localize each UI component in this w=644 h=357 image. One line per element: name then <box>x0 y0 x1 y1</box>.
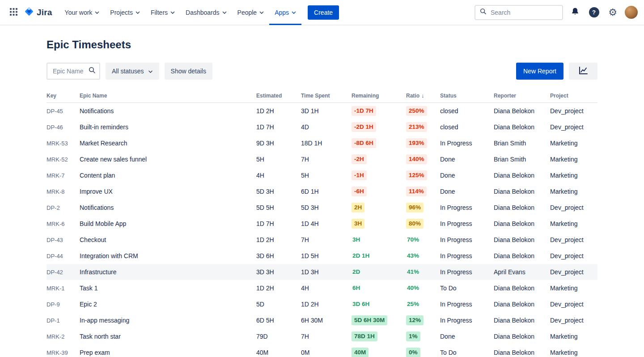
cell-ratio: 12% <box>406 315 440 325</box>
table-row[interactable]: DP-9Epic 25D1D 2H3D 6H25%In ProgressDian… <box>47 296 597 312</box>
column-header-ratio[interactable]: Ratio↓ <box>406 92 440 99</box>
help-button[interactable]: ? <box>587 6 601 19</box>
page-title: Epic Timesheets <box>47 38 597 51</box>
ratio-badge: 125% <box>406 170 427 180</box>
app-switcher-button[interactable] <box>6 5 21 20</box>
cell-project: Dev_project <box>550 236 597 243</box>
cell-epic-name[interactable]: Improve UX <box>80 188 256 195</box>
cell-reporter: Brian Smith <box>494 140 550 147</box>
chevron-down-icon <box>95 11 99 14</box>
cell-ratio: 213% <box>406 122 440 132</box>
epic-name-input[interactable] <box>52 67 89 75</box>
column-header-remaining[interactable]: Remaining <box>352 93 406 99</box>
table-row[interactable]: DP-42Infrastructure3D 3H1D 3H2D41%In Pro… <box>47 264 597 280</box>
table-row[interactable]: DP-43Checkout1D 2H7H3H70%In ProgressDian… <box>47 232 597 248</box>
global-search[interactable] <box>475 5 563 20</box>
cell-epic-name[interactable]: Integration with CRM <box>80 252 256 259</box>
cell-estimated: 1D 7H <box>256 123 301 131</box>
table-row[interactable]: MRK-8Improve UX5D 3H6D 1H-6H114%DoneDian… <box>47 183 597 200</box>
chart-report-button[interactable] <box>569 63 597 80</box>
table-row[interactable]: DP-46Built-in reminders1D 7H4D-2D 1H213%… <box>47 119 597 135</box>
cell-project: Marketing <box>550 220 597 227</box>
cell-epic-name[interactable]: In-app messaging <box>80 317 256 324</box>
cell-epic-name[interactable]: Notifications <box>80 204 256 211</box>
cell-remaining: -1D 7H <box>352 106 406 116</box>
cell-reporter: Diana Belokon <box>494 349 550 356</box>
cell-time-spent: 6H 30M <box>301 317 352 324</box>
nav-item-projects[interactable]: Projects <box>105 0 145 25</box>
cell-remaining: -1H <box>352 170 406 180</box>
epic-name-filter[interactable] <box>47 63 100 80</box>
remaining-badge: -8D 6H <box>352 138 376 148</box>
cell-epic-name[interactable]: Create new sales funnel <box>80 156 256 163</box>
remaining-badge: 6H <box>352 283 363 293</box>
cell-reporter: Diana Belokon <box>494 188 550 195</box>
column-header-epic-name[interactable]: Epic Name <box>80 93 256 99</box>
cell-status: Done <box>440 333 494 340</box>
search-icon <box>480 8 487 17</box>
search-icon <box>89 67 96 76</box>
jira-logo-icon <box>24 7 34 18</box>
nav-item-your-work[interactable]: Your work <box>59 0 105 25</box>
app-grid-icon <box>10 8 17 17</box>
cell-epic-name[interactable]: Task north star <box>80 333 256 340</box>
chevron-down-icon <box>136 11 140 14</box>
cell-epic-name[interactable]: Prep exam <box>80 349 256 356</box>
create-button[interactable]: Create <box>308 5 339 20</box>
settings-button[interactable]: ⚙ <box>606 6 619 19</box>
show-details-button[interactable]: Show details <box>165 63 212 80</box>
column-header-reporter[interactable]: Reporter <box>494 93 550 99</box>
cell-project: Marketing <box>550 349 597 356</box>
table-row[interactable]: MRK-1Task 11D 2H4H6H40%To DoDiana Beloko… <box>47 280 597 296</box>
cell-estimated: 5D 5H <box>256 204 301 211</box>
nav-item-apps[interactable]: Apps <box>269 0 301 25</box>
status-filter-dropdown[interactable]: All statuses <box>106 63 159 80</box>
cell-reporter: Diana Belokon <box>494 285 550 292</box>
notifications-button[interactable] <box>568 6 582 19</box>
cell-epic-name[interactable]: Infrastructure <box>80 268 256 276</box>
cell-epic-name[interactable]: Task 1 <box>80 285 256 292</box>
table-row[interactable]: MRK-39Prep exam40M0M40M0%To DoDiana Belo… <box>47 344 597 357</box>
cell-status: In Progress <box>440 204 494 211</box>
column-header-project[interactable]: Project <box>550 93 597 99</box>
cell-epic-name[interactable]: Market Research <box>80 140 256 147</box>
column-header-time-spent[interactable]: Time Spent <box>301 93 352 99</box>
table-row[interactable]: MRK-7Content plan4H5H-1H125%DoneDiana Be… <box>47 167 597 183</box>
column-header-status[interactable]: Status <box>440 93 494 99</box>
cell-epic-name[interactable]: Notifications <box>80 107 256 115</box>
table-row[interactable]: DP-1In-app messaging6D 5H6H 30M5D 6H 30M… <box>47 312 597 328</box>
new-report-button[interactable]: New Report <box>516 63 564 80</box>
cell-key: DP-45 <box>47 108 80 115</box>
cell-project: Dev_project <box>550 252 597 259</box>
table-row[interactable]: DP-45Notifications1D 2H3D 1H-1D 7H250%cl… <box>47 103 597 119</box>
cell-epic-name[interactable]: Epic 2 <box>80 301 256 308</box>
cell-epic-name[interactable]: Build Mobile App <box>80 220 256 227</box>
cell-status: Done <box>440 172 494 179</box>
cell-ratio: 250% <box>406 106 440 116</box>
table-row[interactable]: MRK-53Market Research9D 3H18D 1H-8D 6H19… <box>47 135 597 151</box>
jira-logo[interactable]: Jira <box>24 7 52 18</box>
nav-item-people[interactable]: People <box>232 0 270 25</box>
remaining-badge: -6H <box>352 187 367 196</box>
column-header-estimated[interactable]: Estimated <box>256 93 301 99</box>
nav-item-dashboards[interactable]: Dashboards <box>180 0 232 25</box>
cell-epic-name[interactable]: Checkout <box>80 236 256 243</box>
cell-epic-name[interactable]: Content plan <box>80 172 256 179</box>
cell-reporter: Diana Belokon <box>494 204 550 211</box>
gear-icon: ⚙ <box>608 8 617 17</box>
table-row[interactable]: DP-2Notifications5D 5H5D 3H2H96%In Progr… <box>47 200 597 216</box>
cell-ratio: 25% <box>406 299 440 309</box>
user-avatar[interactable] <box>625 6 638 19</box>
search-input[interactable] <box>490 8 558 17</box>
cell-estimated: 40M <box>256 349 301 356</box>
cell-epic-name[interactable]: Built-in reminders <box>80 123 256 131</box>
table-row[interactable]: DP-44Integration with CRM3D 6H1D 5H2D 1H… <box>47 248 597 264</box>
table-row[interactable]: MRK-6Build Mobile App1D 7H1D 4H3H80%In P… <box>47 216 597 232</box>
nav-item-filters[interactable]: Filters <box>145 0 180 25</box>
column-header-key[interactable]: Key <box>47 93 80 99</box>
help-icon: ? <box>589 7 599 17</box>
cell-project: Dev_project <box>550 204 597 211</box>
table-row[interactable]: MRK-2Task north star79D7H78D 1H1%DoneDia… <box>47 328 597 344</box>
sort-desc-icon[interactable]: ↓ <box>421 92 424 99</box>
table-row[interactable]: MRK-52Create new sales funnel5H7H-2H140%… <box>47 151 597 167</box>
